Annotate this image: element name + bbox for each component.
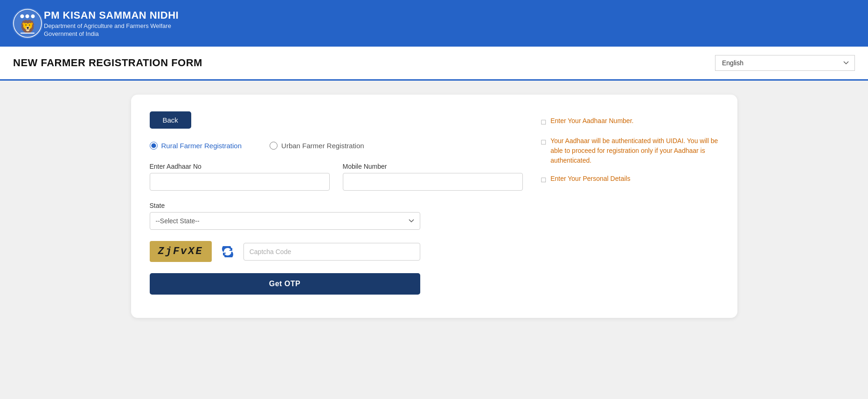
urban-farmer-radio[interactable] — [270, 142, 278, 150]
aadhaar-field-group: Enter Aadhaar No — [150, 163, 330, 191]
instruction-text-2: Your Aadhaar will be authenticated with … — [550, 136, 718, 165]
language-select[interactable]: English Hindi Tamil Telugu — [715, 55, 855, 71]
urban-farmer-label: Urban Farmer Registration — [281, 142, 364, 150]
title-bar: NEW FARMER REGISTRATION FORM English Hin… — [0, 47, 868, 81]
aadhaar-mobile-row: Enter Aadhaar No Mobile Number — [150, 163, 523, 191]
state-group: State --Select State-- Andhra Pradesh Ma… — [150, 202, 523, 230]
form-left: Back Rural Farmer Registration Urban Far… — [150, 111, 523, 295]
svg-text:🦁: 🦁 — [20, 19, 36, 34]
rural-farmer-label: Rural Farmer Registration — [161, 142, 242, 150]
rural-farmer-radio-label[interactable]: Rural Farmer Registration — [150, 142, 242, 150]
instruction-item-1: Enter Your Aadhaar Number. — [542, 116, 719, 128]
site-subtitle2: Government of India — [44, 30, 179, 37]
refresh-icon — [222, 246, 233, 257]
captcha-image: ZjFvXE — [150, 241, 212, 262]
form-card: Back Rural Farmer Registration Urban Far… — [131, 95, 737, 318]
site-subtitle1: Department of Agriculture and Farmers We… — [44, 22, 179, 29]
emblem-icon: 🦁 ⬤ ⬤ ⬤ — [11, 7, 44, 40]
instruction-item-2: Your Aadhaar will be authenticated with … — [542, 136, 719, 165]
get-otp-button[interactable]: Get OTP — [150, 273, 420, 295]
urban-farmer-radio-label[interactable]: Urban Farmer Registration — [270, 142, 364, 150]
mobile-input[interactable] — [343, 173, 523, 191]
instruction-item-3: Enter Your Personal Details — [542, 174, 719, 186]
captcha-row: ZjFvXE — [150, 241, 420, 262]
form-right: Enter Your Aadhaar Number. Your Aadhaar … — [542, 111, 719, 295]
instruction-text-3: Enter Your Personal Details — [550, 174, 630, 186]
instruction-list: Enter Your Aadhaar Number. Your Aadhaar … — [542, 116, 719, 186]
aadhaar-label: Enter Aadhaar No — [150, 163, 330, 170]
state-select[interactable]: --Select State-- Andhra Pradesh Maharash… — [150, 212, 420, 230]
mobile-label: Mobile Number — [343, 163, 523, 170]
page-title: NEW FARMER REGISTRATION FORM — [13, 57, 202, 69]
registration-type-group: Rural Farmer Registration Urban Farmer R… — [150, 142, 523, 150]
svg-rect-4 — [21, 33, 35, 34]
mobile-field-group: Mobile Number — [343, 163, 523, 191]
aadhaar-input[interactable] — [150, 173, 330, 191]
site-header: 🦁 ⬤ ⬤ ⬤ PM KISAN SAMMAN NIDHI Department… — [0, 0, 868, 47]
header-text: PM KISAN SAMMAN NIDHI Department of Agri… — [44, 9, 179, 37]
captcha-input[interactable] — [243, 243, 420, 261]
svg-text:⬤ ⬤ ⬤: ⬤ ⬤ ⬤ — [20, 14, 35, 18]
rural-farmer-radio[interactable] — [150, 142, 158, 150]
instruction-text-1: Enter Your Aadhaar Number. — [550, 116, 633, 128]
site-title: PM KISAN SAMMAN NIDHI — [44, 9, 179, 21]
state-label: State — [150, 202, 523, 209]
back-button[interactable]: Back — [150, 111, 191, 129]
captcha-refresh-button[interactable] — [219, 243, 236, 260]
main-content: Back Rural Farmer Registration Urban Far… — [0, 81, 868, 332]
